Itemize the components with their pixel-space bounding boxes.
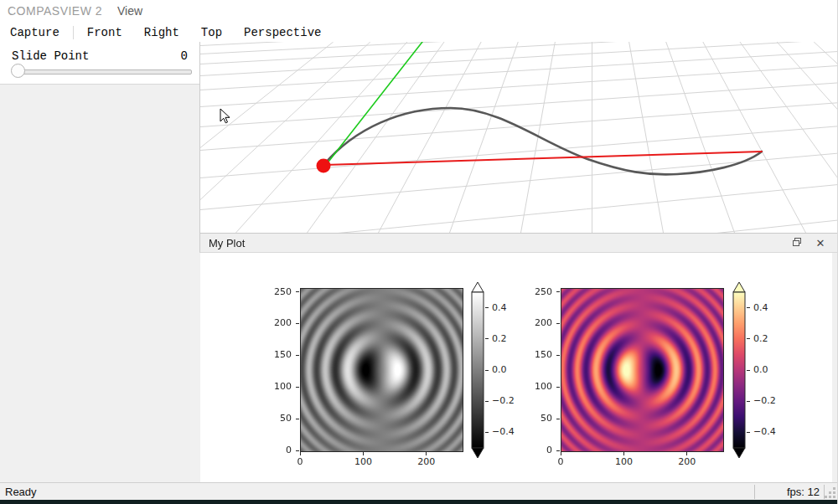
colorbar-tick-label: 0.4	[492, 302, 507, 314]
y-tick-label: 50	[265, 413, 292, 424]
x-tick-mark	[686, 452, 687, 455]
resize-grip-icon[interactable]	[833, 496, 835, 498]
perspective-view-button[interactable]: Perspective	[242, 26, 323, 39]
colorbar-tick-label: 0.2	[753, 333, 768, 345]
taskbar-edge	[0, 500, 838, 504]
right-view-button[interactable]: Right	[142, 26, 181, 39]
resize-grip-icon[interactable]	[825, 496, 827, 498]
slide-point-value: 0	[181, 49, 188, 63]
x-tick-mark	[561, 452, 561, 455]
y-tick-mark	[296, 419, 299, 419]
colorbar	[732, 281, 746, 459]
y-tick-mark	[296, 323, 299, 324]
y-tick-mark	[296, 450, 299, 451]
statusbar: Ready fps: 12	[0, 482, 838, 500]
x-tick-label: 100	[607, 456, 640, 468]
x-tick-label: 100	[346, 456, 380, 468]
y-tick-mark	[296, 291, 299, 292]
colorbar	[471, 281, 484, 459]
resize-grip-icon[interactable]	[829, 491, 831, 494]
dock-float-icon[interactable]	[789, 236, 804, 251]
heatmap-magma	[561, 288, 724, 452]
menu-view[interactable]: View	[117, 4, 142, 18]
y-tick-label: 150	[265, 349, 292, 361]
y-tick-label: 100	[525, 381, 552, 393]
capture-button[interactable]: Capture	[8, 26, 61, 39]
y-tick-mark	[556, 387, 560, 388]
colorbar-tick-mark	[747, 401, 750, 402]
colorbar-tick-label: 0.0	[492, 364, 507, 376]
colorbar-tick-mark	[747, 338, 750, 339]
application-window: COMPASVIEW 2 View Capture Front Right To…	[0, 0, 838, 504]
resize-grip-icon[interactable]	[833, 491, 835, 494]
x-tick-label: 0	[544, 456, 577, 468]
menubar: COMPASVIEW 2 View	[0, 0, 838, 23]
viewport-3d-canvas[interactable]	[200, 42, 838, 233]
top-view-button[interactable]: Top	[199, 26, 224, 39]
slide-point-slider-groove[interactable]	[14, 69, 192, 75]
y-tick-label: 50	[525, 413, 552, 424]
app-title: COMPASVIEW 2	[8, 4, 102, 18]
viewport-3d[interactable]	[199, 42, 838, 233]
sidebar: Slide Point 0	[0, 42, 199, 482]
y-tick-label: 250	[525, 286, 552, 298]
colorbar-tick-mark	[485, 338, 489, 339]
x-tick-label: 200	[670, 456, 704, 468]
colorbar-tick-label: −0.2	[492, 395, 515, 407]
toolbar: Capture Front Right Top Perspective	[0, 23, 838, 43]
fps-counter: fps: 12	[787, 486, 820, 498]
colorbar-tick-mark	[485, 370, 489, 371]
x-tick-mark	[426, 452, 427, 455]
colorbar-tick-mark	[747, 370, 750, 371]
x-tick-mark	[300, 452, 301, 455]
y-tick-mark	[556, 450, 560, 451]
y-tick-label: 250	[265, 286, 292, 298]
dock-titlebar[interactable]: My Plot ✕	[199, 233, 838, 253]
y-tick-label: 0	[525, 445, 552, 456]
y-tick-label: 150	[525, 349, 552, 361]
colorbar-tick-mark	[485, 401, 489, 402]
toolbar-separator	[73, 26, 74, 39]
slide-point-slider-handle[interactable]	[11, 64, 25, 78]
dock-title: My Plot	[209, 237, 245, 249]
statusbar-separator	[754, 485, 755, 499]
colorbar-tick-mark	[747, 432, 750, 433]
x-tick-label: 200	[410, 456, 443, 468]
colorbar-tick-mark	[485, 307, 489, 308]
y-tick-mark	[556, 323, 560, 324]
heatmap-gray	[300, 288, 463, 452]
colorbar-tick-label: −0.2	[753, 395, 776, 407]
resize-grip-icon[interactable]	[833, 487, 835, 490]
colorbar-tick-label: 0.2	[492, 333, 507, 345]
x-tick-mark	[363, 452, 364, 455]
status-message: Ready	[5, 486, 37, 498]
y-tick-mark	[556, 291, 560, 292]
colorbar-tick-label: 0.0	[753, 364, 768, 376]
y-tick-mark	[296, 387, 299, 388]
y-tick-label: 100	[265, 381, 292, 393]
dock-close-icon[interactable]: ✕	[813, 236, 828, 251]
x-tick-mark	[623, 452, 624, 455]
slide-point-panel: Slide Point 0	[0, 42, 199, 85]
y-tick-label: 200	[265, 317, 292, 329]
x-tick-label: 0	[283, 456, 317, 468]
slide-point-label: Slide Point	[12, 49, 89, 63]
colorbar-tick-mark	[747, 307, 750, 308]
front-view-button[interactable]: Front	[85, 26, 124, 39]
y-tick-mark	[296, 355, 299, 356]
y-tick-label: 0	[265, 445, 292, 456]
resize-grip-icon[interactable]	[829, 496, 831, 498]
y-tick-label: 200	[525, 317, 552, 329]
y-tick-mark	[556, 419, 560, 419]
colorbar-tick-mark	[485, 432, 489, 433]
y-tick-mark	[556, 355, 560, 356]
colorbar-tick-label: −0.4	[492, 426, 515, 438]
colorbar-tick-label: 0.4	[753, 302, 768, 314]
colorbar-tick-label: −0.4	[753, 426, 776, 438]
